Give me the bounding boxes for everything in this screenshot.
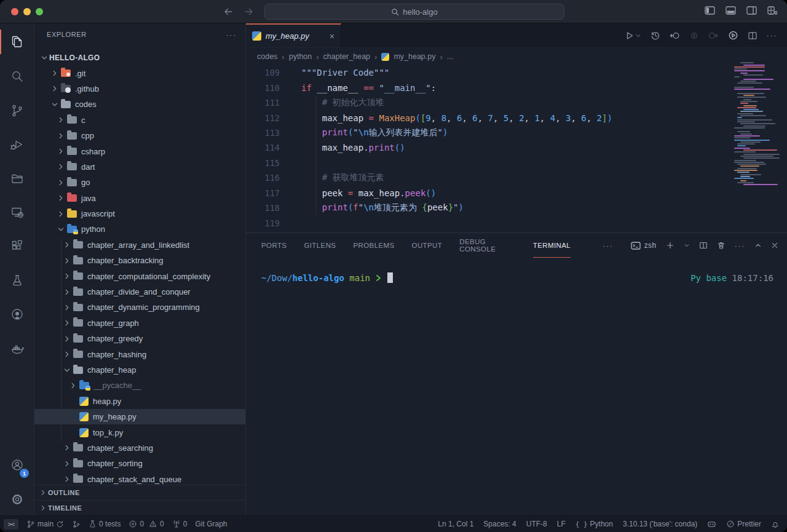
- panel-more-actions-icon[interactable]: ···: [735, 241, 746, 250]
- new-terminal-icon[interactable]: [666, 241, 674, 250]
- tree-item-chapter-dynamic-programming[interactable]: chapter_dynamic_programming: [34, 300, 245, 315]
- tree-item-java[interactable]: java: [34, 191, 245, 206]
- close-tab-icon[interactable]: ×: [330, 31, 334, 41]
- terminal-dropdown-icon[interactable]: [684, 242, 690, 248]
- split-terminal-icon[interactable]: [699, 241, 708, 250]
- nav-back-circle-icon[interactable]: [670, 31, 680, 41]
- run-debug-icon[interactable]: [0, 130, 34, 159]
- notifications-bell-icon[interactable]: [771, 520, 780, 529]
- git-graph-icon-button[interactable]: [72, 520, 81, 529]
- source-control-icon[interactable]: [0, 96, 34, 125]
- timeline-history-icon[interactable]: [651, 31, 660, 41]
- panel-tab-ports[interactable]: PORTS: [261, 233, 287, 258]
- github-icon[interactable]: [0, 300, 34, 329]
- outline-section[interactable]: OUTLINE: [34, 485, 245, 500]
- remote-explorer-icon[interactable]: [0, 197, 34, 227]
- split-editor-icon[interactable]: [748, 31, 757, 41]
- tree-item-chapter-computational-complexity[interactable]: chapter_computational_complexity: [34, 268, 245, 284]
- tree-item-chapter-divide-and-conquer[interactable]: chapter_divide_and_conquer: [34, 284, 245, 300]
- accounts-icon[interactable]: 1: [0, 450, 34, 480]
- run-python-file-button[interactable]: [624, 31, 641, 41]
- run-or-debug-icon[interactable]: [728, 30, 738, 41]
- toggle-secondary-sidebar-icon[interactable]: [746, 6, 757, 15]
- eol-sequence[interactable]: LF: [557, 520, 566, 528]
- toggle-sidebar-icon[interactable]: [705, 6, 715, 15]
- project-folder-icon[interactable]: [0, 164, 34, 193]
- tree-item-javascript[interactable]: javascript: [34, 206, 245, 221]
- tree-item-chapter-sorting[interactable]: chapter_sorting: [34, 456, 245, 471]
- breadcrumb-python[interactable]: python: [289, 52, 312, 61]
- tree-item-chapter-backtracking[interactable]: chapter_backtracking: [34, 253, 245, 268]
- maximize-panel-icon[interactable]: [754, 242, 762, 249]
- indentation[interactable]: Spaces: 4: [483, 520, 516, 528]
- tree-item-c[interactable]: c: [34, 113, 245, 128]
- tree-item-go[interactable]: go: [34, 175, 245, 190]
- forward-icon[interactable]: [243, 6, 255, 17]
- tree-item-chapter-searching[interactable]: chapter_searching: [34, 440, 245, 456]
- code-editor[interactable]: 109"""Driver Code"""110if __name__ == "_…: [246, 65, 726, 232]
- git-branch-status[interactable]: main: [26, 520, 64, 529]
- customize-layout-icon[interactable]: [767, 6, 777, 15]
- tree-item-codes[interactable]: codes: [34, 97, 245, 112]
- tree-item-cpp[interactable]: cpp: [34, 128, 245, 143]
- tree-item-chapter-hashing[interactable]: chapter_hashing: [34, 346, 245, 362]
- tree-item--pycache-[interactable]: __pycache__: [34, 378, 245, 393]
- extensions-icon[interactable]: [0, 231, 34, 261]
- panel-tab-debug-console[interactable]: DEBUG CONSOLE: [459, 233, 516, 258]
- breadcrumb-chapter-heap[interactable]: chapter_heap: [323, 52, 370, 61]
- kill-terminal-trash-icon[interactable]: [717, 241, 726, 250]
- minimap[interactable]: [734, 60, 781, 203]
- docker-icon[interactable]: [0, 334, 34, 363]
- tree-item-csharp[interactable]: csharp: [34, 143, 245, 159]
- terminal-content[interactable]: ~/Dow/hello-algo main Py base 18:17:16: [261, 272, 773, 283]
- panel-tab-problems[interactable]: PROBLEMS: [353, 233, 394, 258]
- panel-tab-gitlens[interactable]: GITLENS: [304, 233, 336, 258]
- problems-status[interactable]: 0 0: [129, 520, 164, 528]
- close-window-button[interactable]: [11, 8, 18, 15]
- settings-gear-icon[interactable]: [0, 485, 34, 514]
- back-icon[interactable]: [223, 6, 234, 17]
- ports-status[interactable]: 0: [172, 520, 188, 528]
- python-interpreter[interactable]: 3.10.13 ('base': conda): [623, 520, 697, 528]
- tree-item-hello-algo[interactable]: HELLO-ALGO: [34, 50, 245, 65]
- tree-item-chapter-graph[interactable]: chapter_graph: [34, 316, 245, 331]
- tree-item-chapter-greedy[interactable]: chapter_greedy: [34, 331, 245, 346]
- tree-item-python[interactable]: python: [34, 221, 245, 237]
- language-mode[interactable]: { }Python: [575, 520, 613, 528]
- tree-item-top-k-py[interactable]: top_k.py: [34, 424, 245, 440]
- panel-tab-terminal[interactable]: TERMINAL: [533, 233, 571, 258]
- explorer-more-actions-icon[interactable]: ···: [226, 30, 237, 39]
- tree-item--github[interactable]: .github: [34, 81, 245, 97]
- git-graph-label[interactable]: Git Graph: [195, 520, 227, 528]
- breadcrumb-symbol[interactable]: ...: [447, 52, 453, 61]
- tree-item-chapter-heap[interactable]: chapter_heap: [34, 362, 245, 378]
- terminal-instance[interactable]: zsh: [631, 241, 657, 250]
- toggle-panel-icon[interactable]: [726, 6, 736, 15]
- nav-circle-icon[interactable]: [689, 31, 699, 41]
- tree-item--git[interactable]: .git: [34, 65, 245, 81]
- encoding[interactable]: UTF-8: [526, 520, 547, 528]
- tree-item-my-heap-py[interactable]: my_heap.py: [34, 409, 245, 424]
- tests-status[interactable]: 0 tests: [89, 520, 121, 528]
- minimize-window-button[interactable]: [23, 8, 31, 15]
- copilot-icon[interactable]: [707, 520, 716, 528]
- tree-item-chapter-array-and-linkedlist[interactable]: chapter_array_and_linkedlist: [34, 237, 245, 253]
- search-view-icon[interactable]: [0, 62, 34, 91]
- tab-my-heap[interactable]: my_heap.py ×: [246, 23, 341, 47]
- command-center-search[interactable]: hello-algo: [264, 4, 564, 20]
- explorer-icon[interactable]: [0, 27, 34, 57]
- testing-flask-icon[interactable]: [0, 266, 34, 295]
- panel-more-tabs-icon[interactable]: ···: [603, 241, 614, 250]
- panel-tab-output[interactable]: OUTPUT: [412, 233, 443, 258]
- breadcrumb-file[interactable]: my_heap.py: [394, 52, 435, 61]
- tree-item-heap-py[interactable]: heap.py: [34, 394, 245, 409]
- close-panel-icon[interactable]: [771, 242, 778, 249]
- prettier-status[interactable]: Prettier: [726, 520, 761, 528]
- timeline-section[interactable]: TIMELINE: [34, 500, 245, 515]
- cursor-position[interactable]: Ln 1, Col 1: [438, 520, 473, 528]
- tree-item-dart[interactable]: dart: [34, 159, 245, 175]
- breadcrumb-codes[interactable]: codes: [257, 52, 277, 61]
- more-actions-icon[interactable]: ···: [767, 31, 778, 40]
- remote-indicator[interactable]: ><: [4, 519, 18, 530]
- zoom-window-button[interactable]: [36, 8, 43, 15]
